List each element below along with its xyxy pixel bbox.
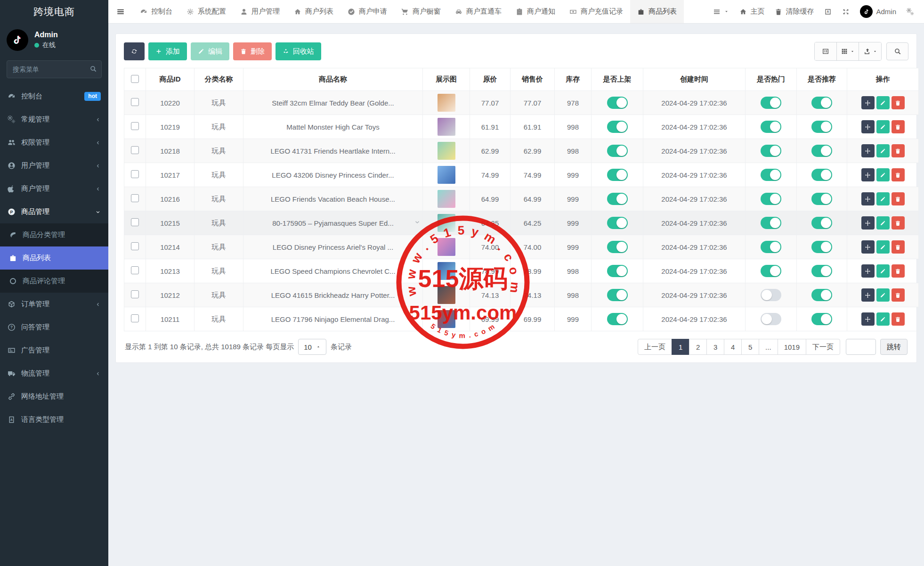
row-move-button[interactable] (861, 96, 875, 109)
page-jump-input[interactable] (846, 339, 876, 355)
row-checkbox[interactable] (131, 170, 139, 178)
nav-tab-merchant-notice[interactable]: 商户通知 (509, 0, 562, 23)
row-delete-button[interactable] (892, 144, 905, 157)
product-thumbnail[interactable] (438, 142, 455, 160)
column-header[interactable]: 库存 (555, 68, 592, 91)
page-button-...[interactable]: ... (759, 339, 778, 355)
row-move-button[interactable] (861, 312, 875, 326)
row-move-button[interactable] (861, 120, 875, 133)
row-delete-button[interactable] (892, 192, 905, 205)
column-header[interactable]: 是否上架 (592, 68, 643, 91)
row-delete-button[interactable] (892, 96, 905, 109)
product-thumbnail[interactable] (438, 262, 455, 280)
sidebar-item-network-address[interactable]: 网络地址管理 (0, 385, 108, 408)
hot-toggle[interactable] (761, 97, 781, 109)
nav-tab-user-management[interactable]: 用户管理 (233, 0, 287, 23)
on-sale-toggle[interactable] (607, 241, 628, 253)
row-move-button[interactable] (861, 144, 875, 157)
row-checkbox[interactable] (131, 122, 139, 130)
on-sale-toggle[interactable] (607, 97, 628, 109)
page-button-2[interactable]: 2 (689, 339, 707, 355)
hot-toggle[interactable] (761, 241, 781, 253)
nav-tab-merchant-list[interactable]: 商户列表 (287, 0, 340, 23)
row-move-button[interactable] (861, 288, 875, 302)
on-sale-toggle[interactable] (607, 265, 628, 277)
nav-tab-merchant-recharge[interactable]: 商户充值记录 (562, 0, 630, 23)
row-checkbox[interactable] (131, 146, 139, 154)
column-header[interactable]: 销售价 (511, 68, 555, 91)
row-delete-button[interactable] (892, 168, 905, 181)
sidebar-item-product-comments[interactable]: 商品评论管理 (0, 270, 108, 293)
product-thumbnail[interactable] (438, 310, 455, 328)
row-delete-button[interactable] (892, 264, 905, 278)
product-thumbnail[interactable] (438, 286, 455, 304)
edit-button[interactable]: 编辑 (191, 42, 229, 60)
row-delete-button[interactable] (892, 240, 905, 254)
row-edit-button[interactable] (876, 288, 890, 302)
product-thumbnail[interactable] (438, 166, 455, 184)
column-header[interactable]: 操作 (847, 68, 919, 91)
row-edit-button[interactable] (876, 192, 890, 205)
nav-translate-button[interactable]: A (819, 0, 837, 23)
sidebar-item-ads[interactable]: 广告管理 (0, 339, 108, 362)
nav-settings-button[interactable] (901, 0, 919, 23)
row-edit-button[interactable] (876, 240, 890, 254)
row-edit-button[interactable] (876, 144, 890, 157)
row-checkbox[interactable] (131, 314, 139, 322)
recommend-toggle[interactable] (811, 313, 832, 325)
column-header[interactable]: 是否热门 (746, 68, 797, 91)
hot-toggle[interactable] (761, 145, 781, 157)
page-button-1019[interactable]: 1019 (778, 339, 806, 355)
sidebar-item-language-type[interactable]: A语言类型管理 (0, 408, 108, 431)
recommend-toggle[interactable] (811, 169, 832, 181)
product-thumbnail[interactable] (438, 238, 455, 256)
recommend-toggle[interactable] (811, 97, 832, 109)
add-button[interactable]: 添加 (148, 42, 187, 60)
on-sale-toggle[interactable] (607, 145, 628, 157)
sidebar-toggle-button[interactable] (108, 0, 133, 23)
product-thumbnail[interactable] (438, 214, 455, 232)
row-edit-button[interactable] (876, 264, 890, 278)
page-size-dropdown[interactable]: 10 (298, 339, 326, 355)
table-search-button[interactable] (886, 42, 908, 60)
nav-tab-product-list[interactable]: 商品列表 (630, 0, 684, 23)
nav-fullscreen-button[interactable] (837, 0, 855, 23)
product-thumbnail[interactable] (438, 94, 455, 112)
nav-tab-system-config[interactable]: 系统配置 (179, 0, 233, 23)
hot-toggle[interactable] (761, 217, 781, 229)
recycle-bin-button[interactable]: 回收站 (276, 42, 321, 60)
hot-toggle[interactable] (761, 121, 781, 133)
on-sale-toggle[interactable] (607, 193, 628, 205)
page-jump-button[interactable]: 跳转 (880, 339, 908, 355)
on-sale-toggle[interactable] (607, 313, 628, 325)
sidebar-item-merchants[interactable]: 商户管理 (0, 177, 108, 200)
recommend-toggle[interactable] (811, 265, 832, 277)
recommend-toggle[interactable] (811, 241, 832, 253)
column-header[interactable]: 是否推荐 (797, 68, 847, 91)
sidebar-item-logistics[interactable]: 物流管理 (0, 362, 108, 385)
row-edit-button[interactable] (876, 120, 890, 133)
sidebar-item-product-list[interactable]: 商品列表 (0, 246, 108, 270)
recommend-toggle[interactable] (811, 289, 832, 301)
row-checkbox[interactable] (131, 290, 139, 298)
sidebar-search-input[interactable] (7, 60, 102, 78)
row-move-button[interactable] (861, 192, 875, 205)
product-thumbnail[interactable] (438, 118, 455, 136)
row-delete-button[interactable] (892, 288, 905, 302)
page-button-4[interactable]: 4 (724, 339, 742, 355)
export-button[interactable] (859, 42, 881, 60)
recommend-toggle[interactable] (811, 217, 832, 229)
row-delete-button[interactable] (892, 312, 905, 326)
row-move-button[interactable] (861, 264, 875, 278)
product-thumbnail[interactable] (438, 190, 455, 208)
on-sale-toggle[interactable] (607, 121, 628, 133)
on-sale-toggle[interactable] (607, 169, 628, 181)
column-header[interactable]: 商品名称 (243, 68, 423, 91)
row-move-button[interactable] (861, 168, 875, 181)
page-button-3[interactable]: 3 (706, 339, 724, 355)
nav-clear-cache[interactable]: 清除缓存 (770, 0, 819, 23)
column-header[interactable]: 分类名称 (195, 68, 243, 91)
row-move-button[interactable] (861, 216, 875, 230)
recommend-toggle[interactable] (811, 121, 832, 133)
refresh-button[interactable] (124, 42, 145, 60)
